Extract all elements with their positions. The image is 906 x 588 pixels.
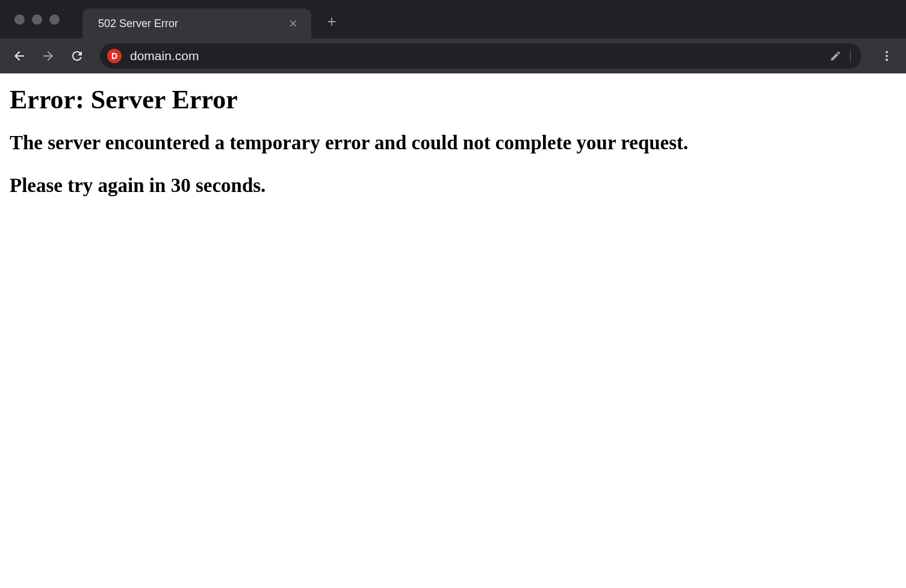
svg-point-0 bbox=[886, 51, 888, 54]
site-favicon: D bbox=[107, 49, 122, 63]
browser-chrome: 502 Server Error bbox=[0, 0, 906, 73]
back-button[interactable] bbox=[7, 44, 31, 68]
tab-strip: 502 Server Error bbox=[0, 0, 906, 39]
divider bbox=[850, 49, 851, 63]
forward-button[interactable] bbox=[36, 44, 60, 68]
close-tab-button[interactable] bbox=[286, 16, 300, 31]
browser-tab[interactable]: 502 Server Error bbox=[82, 8, 311, 39]
svg-point-1 bbox=[886, 55, 888, 57]
url-text: domain.com bbox=[130, 49, 830, 63]
address-bar[interactable]: D domain.com bbox=[100, 43, 861, 69]
plus-icon bbox=[325, 15, 338, 28]
site-favicon-letter: D bbox=[111, 51, 117, 61]
browser-menu-button[interactable] bbox=[875, 44, 899, 68]
reload-button[interactable] bbox=[65, 44, 89, 68]
error-heading: Error: Server Error bbox=[10, 84, 896, 115]
page-body: Error: Server Error The server encounter… bbox=[0, 73, 906, 228]
reload-icon bbox=[70, 49, 84, 63]
error-message-line-2: Please try again in 30 seconds. bbox=[10, 175, 896, 197]
error-message-line-1: The server encountered a temporary error… bbox=[10, 132, 896, 154]
svg-point-2 bbox=[886, 59, 888, 61]
arrow-left-icon bbox=[12, 49, 26, 63]
browser-toolbar: D domain.com bbox=[0, 39, 906, 73]
pencil-icon bbox=[830, 50, 842, 62]
edit-url-button[interactable] bbox=[830, 50, 842, 62]
close-icon bbox=[288, 18, 299, 29]
tab-title: 502 Server Error bbox=[98, 17, 178, 30]
new-tab-button[interactable] bbox=[322, 12, 341, 31]
kebab-icon bbox=[880, 49, 893, 63]
arrow-right-icon bbox=[41, 49, 55, 63]
address-bar-actions bbox=[830, 49, 857, 63]
minimize-window-button[interactable] bbox=[32, 14, 42, 25]
maximize-window-button[interactable] bbox=[49, 14, 60, 25]
close-window-button[interactable] bbox=[14, 14, 25, 25]
window-controls bbox=[7, 14, 68, 25]
